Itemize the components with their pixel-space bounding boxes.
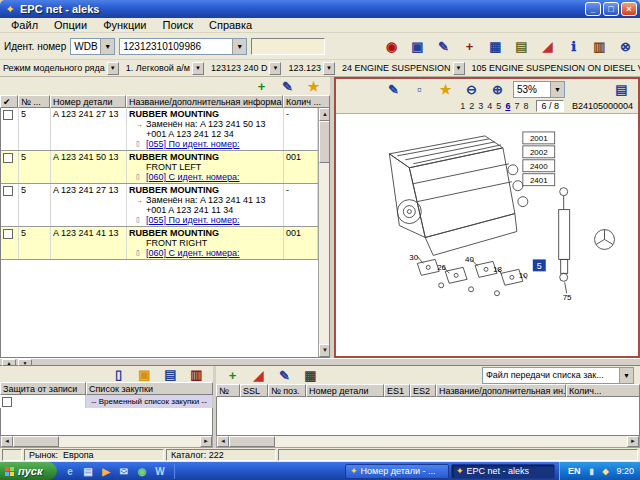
erase-position-icon[interactable]: ◢	[248, 366, 269, 385]
catalogs-icon[interactable]: ▥	[589, 37, 610, 56]
filter-combo-2[interactable]: 123123 240 D▼	[211, 62, 282, 75]
taskbar-task[interactable]: ✦Номер детали - ...	[345, 464, 449, 479]
row-checkbox[interactable]	[3, 153, 13, 163]
purchase-hscrollbar[interactable]: ◄ ►	[0, 436, 213, 448]
ref-box[interactable]: 2002	[530, 148, 548, 157]
order-hscrollbar[interactable]: ◄ ►	[216, 436, 640, 448]
page-2[interactable]: 2	[469, 101, 474, 111]
open-list-icon[interactable]: ▣	[134, 366, 155, 384]
steering-wheel-icon[interactable]: ◉	[381, 37, 402, 56]
filter-combo-0[interactable]: Режим модельного ряда▼	[3, 62, 119, 75]
col-qty[interactable]: Колич ...	[283, 95, 330, 108]
parts-row[interactable]: 5A 123 241 27 13RUBBER MOUNTING→Заменён …	[1, 184, 318, 227]
parts-scrollbar[interactable]: ▲ ▼	[318, 108, 330, 357]
scroll-track[interactable]	[319, 163, 330, 344]
chevron-down-icon[interactable]: ▼	[232, 39, 246, 54]
messenger-icon[interactable]: ◉	[135, 464, 150, 479]
ref-box[interactable]: 2001	[530, 134, 548, 143]
info-icon[interactable]: ℹ	[563, 37, 584, 56]
purchase-list-row[interactable]: -- Временный список закупки --	[0, 395, 213, 408]
scroll-thumb[interactable]	[319, 121, 330, 163]
scroll-up-icon[interactable]: ▲	[319, 108, 330, 121]
network-icon[interactable]: ▮	[585, 465, 597, 477]
col-purchase-list[interactable]: Список закупки	[86, 382, 213, 395]
show-desktop-icon[interactable]: ▤	[81, 464, 96, 479]
eraser-icon[interactable]: ◢	[537, 37, 558, 56]
order-col-7[interactable]: Колич...	[566, 384, 640, 397]
order-col-0[interactable]: №	[216, 384, 240, 397]
order-col-5[interactable]: ES2	[410, 384, 436, 397]
copy-list-icon[interactable]: ▤	[511, 37, 532, 56]
scroll-left-icon[interactable]: ◄	[1, 436, 13, 447]
order-col-1[interactable]: SSL	[240, 384, 268, 397]
copy-list-icon[interactable]: ▤	[160, 366, 181, 384]
order-col-3[interactable]: Номер детали	[306, 384, 384, 397]
callout[interactable]: 75	[563, 293, 572, 302]
chevron-down-icon[interactable]: ▼	[192, 62, 204, 75]
language-indicator[interactable]: EN	[568, 466, 581, 476]
chevron-down-icon[interactable]: ▼	[619, 368, 633, 383]
chevron-down-icon[interactable]: ▼	[323, 62, 335, 75]
chevron-down-icon[interactable]: ▼	[269, 62, 281, 75]
zoom-out-icon[interactable]: ⊖	[461, 80, 482, 99]
print-list-icon[interactable]: ▦	[300, 366, 321, 385]
transfer-list-icon[interactable]: ▥	[186, 366, 207, 384]
col-check[interactable]: ✔	[0, 95, 18, 108]
transfer-file-combo[interactable]: Файл передачи списка зак... ▼	[482, 367, 634, 384]
order-col-4[interactable]: ES1	[384, 384, 410, 397]
grid-view-icon[interactable]: ▦	[485, 37, 506, 56]
parts-diagram[interactable]: 2001 2002 2400 2401 30 26 40 18 10	[336, 114, 638, 356]
volume-icon[interactable]: ◆	[599, 465, 611, 477]
page-4[interactable]: 4	[487, 101, 492, 111]
diagram-canvas[interactable]: 2001 2002 2400 2401 30 26 40 18 10	[336, 113, 638, 356]
parts-row[interactable]: 5A 123 241 41 13RUBBER MOUNTINGFRONT RIG…	[1, 227, 318, 260]
edit-position-icon[interactable]: ✎	[274, 366, 295, 385]
edit-note-icon[interactable]: ✎	[383, 80, 404, 99]
page-6[interactable]: 6	[505, 101, 510, 111]
filter-combo-5[interactable]: 105 ENGINE SUSPENSION ON DIESEL VEHICLES…	[472, 62, 640, 75]
zoom-in-icon[interactable]: ⊕	[487, 80, 508, 99]
close-button[interactable]: ×	[621, 2, 637, 16]
maximize-button[interactable]: □	[603, 2, 619, 16]
scroll-thumb[interactable]	[229, 436, 275, 447]
callout[interactable]: 30	[409, 253, 418, 262]
purchase-list-name[interactable]: -- Временный список закупки --	[86, 395, 213, 408]
ref-box[interactable]: 2401	[530, 176, 548, 185]
chevron-down-icon[interactable]: ▼	[100, 39, 114, 54]
menu-item-1[interactable]: Опции	[47, 19, 94, 31]
scroll-track[interactable]	[59, 436, 200, 447]
open-window-icon[interactable]: ▫	[409, 80, 430, 99]
chevron-down-icon[interactable]: ▼	[453, 62, 465, 75]
media-player-icon[interactable]: ▶	[99, 464, 114, 479]
scroll-track[interactable]	[275, 436, 627, 447]
parts-row[interactable]: 5A 123 241 27 13RUBBER MOUNTING→Заменён …	[1, 108, 318, 151]
parts-row[interactable]: 5A 123 241 50 13RUBBER MOUNTINGFRONT LEF…	[1, 151, 318, 184]
favorites-star-icon[interactable]: ★	[435, 80, 456, 99]
internet-explorer-icon[interactable]: e	[63, 464, 78, 479]
row-checkbox[interactable]	[3, 186, 13, 196]
start-button[interactable]: пуск	[0, 462, 57, 480]
titlebar[interactable]: ✦ EPC net - aleks _ □ ×	[0, 0, 640, 18]
menu-item-2[interactable]: Функции	[96, 19, 153, 31]
callout[interactable]: 26	[437, 263, 446, 272]
callout[interactable]: 18	[493, 265, 502, 274]
outlook-express-icon[interactable]: ✉	[117, 464, 132, 479]
collapse-down-icon[interactable]: ▼	[18, 359, 32, 366]
scroll-right-icon[interactable]: ►	[627, 436, 639, 447]
chevron-down-icon[interactable]: ▼	[107, 62, 119, 75]
scroll-right-icon[interactable]: ►	[200, 436, 212, 447]
col-write-protect[interactable]: Защита от записи	[0, 382, 86, 395]
parts-basket-icon[interactable]: +	[459, 37, 480, 56]
taskbar-task[interactable]: ✦EPC net - aleks	[451, 464, 555, 479]
scroll-down-icon[interactable]: ▼	[319, 344, 330, 357]
selected-callout[interactable]: 5	[537, 261, 542, 271]
page-8[interactable]: 8	[523, 101, 528, 111]
order-col-6[interactable]: Название/дополнительная ин...	[436, 384, 566, 397]
ident-note-field[interactable]	[251, 38, 325, 55]
ref-box[interactable]: 2400	[530, 162, 548, 171]
ident-prefix-combo[interactable]: WDB ▼	[70, 38, 115, 55]
filter-combo-3[interactable]: 123.123▼	[288, 62, 335, 75]
note-edit-icon[interactable]: ✎	[433, 37, 454, 56]
filter-combo-1[interactable]: 1. Легковой а/м▼	[126, 62, 204, 75]
word-icon[interactable]: W	[153, 464, 168, 479]
